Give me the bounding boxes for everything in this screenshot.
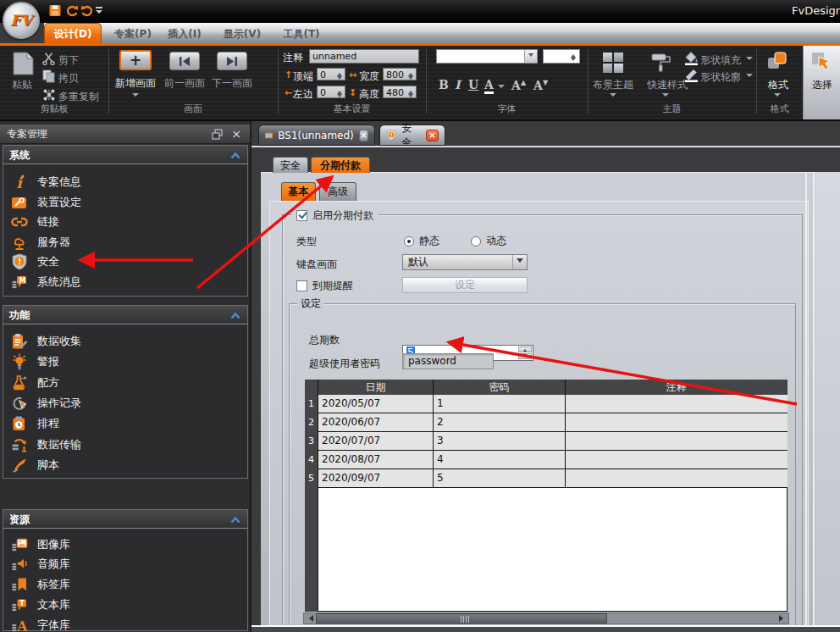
cut-icon[interactable] <box>42 52 55 65</box>
new-screen-dropdown-icon[interactable] <box>132 93 139 100</box>
cell-date[interactable]: 2020/05/07 <box>318 395 434 413</box>
cell-comment[interactable] <box>566 469 787 487</box>
shape-outline-icon[interactable] <box>684 68 699 82</box>
top-spinner[interactable] <box>334 69 344 79</box>
multi-copy-icon[interactable] <box>42 88 56 102</box>
superuser-password-input[interactable]: password <box>402 353 494 369</box>
section-header-resources[interactable]: 资源 <box>3 510 247 529</box>
collapse-icon[interactable] <box>230 152 240 159</box>
sidebar-item-data-collection[interactable]: 数据收集 <box>8 331 246 351</box>
tab-tools[interactable]: 工具(T) <box>276 25 327 43</box>
fv-logo[interactable]: FV <box>3 2 40 39</box>
shape-fill-dropdown-icon[interactable] <box>746 57 753 64</box>
sidebar-item-operation-log[interactable]: 操作记录 <box>8 393 246 413</box>
paste-button[interactable] <box>8 51 37 76</box>
copy-icon[interactable] <box>42 69 56 83</box>
sidebar-item-link[interactable]: 链接 <box>8 212 246 231</box>
left-spinner[interactable] <box>334 87 344 97</box>
sidebar-item-system-message[interactable]: M 系统消息 <box>8 272 246 291</box>
quick-style-icon[interactable] <box>650 52 672 74</box>
sidebar-item-script[interactable]: 脚本 <box>8 455 246 474</box>
sidebar-item-project-info[interactable]: i 专案信息 <box>8 172 246 191</box>
copy-label[interactable]: 拷贝 <box>58 71 79 86</box>
sidebar-item-device-settings[interactable]: 装置设定 <box>8 192 246 212</box>
sidebar-item-tag-library[interactable]: 标签库 <box>8 574 246 594</box>
format-icon[interactable] <box>766 51 788 73</box>
width-input[interactable]: 800 <box>383 68 417 80</box>
tab-display[interactable]: 显示(V) <box>217 25 268 43</box>
height-input[interactable]: 480 <box>383 86 417 98</box>
doc-tab-security[interactable]: 安全 × <box>379 125 445 146</box>
sidebar-item-font-library[interactable]: A 字体库 <box>8 615 246 632</box>
format-dropdown-icon[interactable] <box>774 93 781 100</box>
undo-icon[interactable] <box>64 4 79 18</box>
cell-date[interactable]: 2020/07/07 <box>318 432 434 450</box>
format-button[interactable]: 格式 <box>768 78 788 92</box>
font-size-spin-buttons[interactable] <box>567 51 578 62</box>
close-tab-icon[interactable]: × <box>426 130 439 141</box>
quick-style-label[interactable]: 快速样式 <box>647 78 688 92</box>
scene-theme-icon[interactable] <box>603 53 623 73</box>
sidebar-item-server[interactable]: 服务器 <box>8 232 246 252</box>
cell-password[interactable]: 1 <box>434 395 566 413</box>
subtab-advanced[interactable]: 高级 <box>319 182 356 201</box>
table-row[interactable]: 2020/05/07 1 <box>318 395 788 413</box>
column-header-comment[interactable]: 注释 <box>566 380 787 395</box>
collapse-icon[interactable] <box>230 312 240 319</box>
cell-date[interactable]: 2020/08/07 <box>318 451 434 468</box>
select-tool-panel[interactable]: 选择 <box>803 46 840 119</box>
multi-copy-label[interactable]: 多重复制 <box>58 90 99 104</box>
save-icon[interactable] <box>48 4 63 18</box>
column-header-date[interactable]: 日期 <box>318 380 434 395</box>
shape-outline-label[interactable]: 形状轮廓 <box>700 70 741 85</box>
page-tab-security[interactable]: 安全 <box>273 157 308 173</box>
cell-password[interactable]: 4 <box>434 451 566 468</box>
cell-password[interactable]: 3 <box>434 432 566 450</box>
scroll-right-icon[interactable] <box>777 613 788 624</box>
sidebar-item-security[interactable]: 安全 <box>8 252 246 271</box>
cell-comment[interactable] <box>566 395 787 413</box>
grow-font-button[interactable]: A▲ <box>511 78 526 92</box>
table-row[interactable]: 2020/09/07 5 <box>318 469 788 488</box>
checkbox-unchecked-icon[interactable] <box>296 280 307 291</box>
height-spinner[interactable] <box>406 87 415 97</box>
combo-dropdown-icon[interactable] <box>512 255 527 269</box>
cell-comment[interactable] <box>566 432 787 450</box>
table-row[interactable]: 2020/07/07 3 <box>318 432 788 451</box>
tab-insert[interactable]: 插入(I) <box>163 25 207 43</box>
due-reminder-checkbox[interactable]: 到期提醒 <box>296 279 353 293</box>
tab-project[interactable]: 专案(P) <box>108 25 158 43</box>
scene-theme-dropdown-icon[interactable] <box>610 93 616 100</box>
scroll-left-icon[interactable] <box>304 613 315 624</box>
page-tab-installment[interactable]: 分期付款 <box>311 157 370 173</box>
sidebar-item-recipe[interactable]: 配方 <box>8 373 246 392</box>
table-row[interactable]: 2020/08/07 4 <box>318 451 788 469</box>
cell-password[interactable]: 2 <box>434 413 566 431</box>
note-input[interactable]: unnamed <box>309 49 419 64</box>
sidebar-item-data-transfer[interactable]: 数据传输 <box>8 435 246 454</box>
cell-date[interactable]: 2020/06/07 <box>318 413 434 431</box>
scrollbar-thumb[interactable] <box>316 613 607 624</box>
cell-comment[interactable] <box>566 451 787 468</box>
subtab-basic[interactable]: 基本 <box>281 182 316 201</box>
font-family-dropdown-icon[interactable] <box>524 50 537 63</box>
float-panel-icon[interactable] <box>212 129 223 140</box>
cell-date[interactable]: 2020/09/07 <box>318 469 434 487</box>
redo-icon[interactable] <box>80 4 95 18</box>
doc-tab-bs1[interactable]: BS1(unnamed) × <box>258 125 375 146</box>
width-spinner[interactable] <box>406 69 415 79</box>
sidebar-item-alarm[interactable]: 警报 <box>8 352 246 371</box>
shrink-font-button[interactable]: A▼ <box>533 78 548 92</box>
next-screen-button[interactable] <box>217 52 247 70</box>
checkbox-checked-icon[interactable] <box>296 210 307 221</box>
sidebar-item-audio-library[interactable]: 音频库 <box>8 554 246 574</box>
font-size-spinner[interactable] <box>543 49 580 64</box>
sidebar-item-text-library[interactable]: T 文本库 <box>8 595 246 614</box>
italic-button[interactable]: I <box>455 78 461 91</box>
section-header-system[interactable]: 系统 <box>3 146 247 164</box>
prev-screen-button[interactable] <box>169 52 200 70</box>
sidebar-item-schedule[interactable]: 排程 <box>8 413 246 433</box>
cell-password[interactable]: 5 <box>434 469 566 487</box>
reminder-settings-button[interactable]: 设定 <box>402 277 528 293</box>
section-header-function[interactable]: 功能 <box>3 306 247 324</box>
